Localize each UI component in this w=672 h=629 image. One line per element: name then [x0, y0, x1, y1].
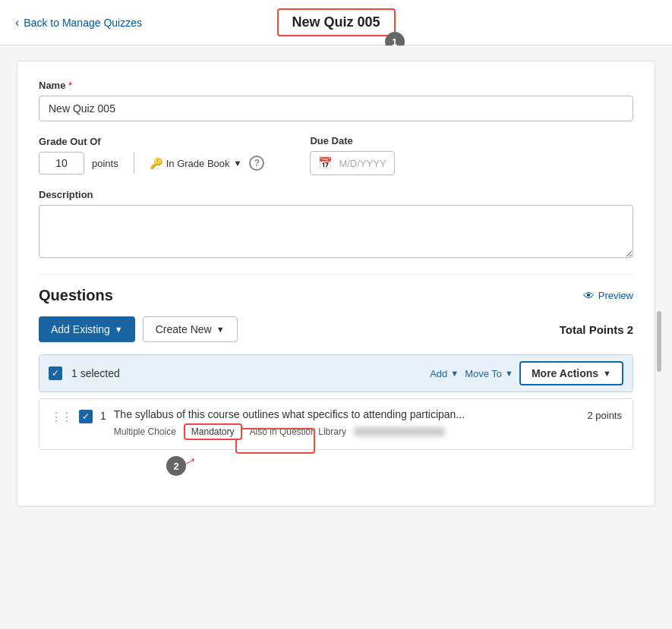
- name-field-group: Name *: [39, 80, 633, 121]
- grade-label: Grade Out Of: [39, 136, 264, 147]
- grade-input[interactable]: [39, 152, 84, 175]
- questions-header: Questions 👁 Preview: [39, 274, 633, 304]
- add-chevron-icon: ▼: [450, 369, 459, 378]
- question-meta: Multiple Choice Mandatory Also in Questi…: [114, 423, 580, 440]
- main-form: Name * Grade Out Of points 🔑 In Grade Bo…: [17, 61, 655, 507]
- help-icon[interactable]: ?: [249, 156, 264, 171]
- question-content: The syllabus of this course outlines wha…: [114, 408, 580, 440]
- grade-section: Grade Out Of points 🔑 In Grade Book ▼ ?: [39, 136, 264, 175]
- selected-text: 1 selected: [71, 367, 421, 379]
- drag-handle-icon[interactable]: ⋮⋮: [50, 408, 71, 424]
- add-existing-button[interactable]: Add Existing ▼: [39, 316, 135, 342]
- question-number: 1: [100, 408, 106, 422]
- question-row: ⋮⋮ ✓ 1 The syllabus of this course outli…: [39, 398, 633, 450]
- question-text: The syllabus of this course outlines wha…: [114, 408, 580, 420]
- questions-toolbar: Add Existing ▼ Create New ▼ Total Points…: [39, 316, 633, 342]
- more-actions-button[interactable]: More Actions ▼: [519, 361, 623, 385]
- back-link-label: Back to Manage Quizzes: [24, 17, 142, 29]
- back-link[interactable]: ‹ Back to Manage Quizzes: [15, 16, 142, 30]
- description-label: Description: [39, 189, 633, 200]
- grade-controls: points 🔑 In Grade Book ▼ ?: [39, 152, 264, 175]
- page-content: Name * Grade Out Of points 🔑 In Grade Bo…: [0, 46, 672, 522]
- blurred-meta: [354, 427, 445, 436]
- name-input[interactable]: [39, 96, 633, 121]
- action-buttons: Add ▼ Move To ▼ More Actions ▼: [430, 361, 623, 385]
- due-date-section: Due Date 📅 M/D/YYYY: [310, 135, 394, 175]
- quiz-title-badge: New Quiz 005 1: [276, 8, 395, 36]
- questions-title: Questions: [39, 287, 113, 304]
- selection-bar: ✓ 1 selected Add ▼ Move To ▼ More Action…: [39, 354, 633, 392]
- due-date-label: Due Date: [310, 135, 394, 146]
- question-points: 2 points: [587, 408, 622, 421]
- key-icon: 🔑: [150, 157, 162, 169]
- vertical-divider: [134, 153, 134, 174]
- description-field-group: Description: [39, 189, 633, 260]
- annotation-container: 2 →: [39, 450, 633, 488]
- grade-book-button[interactable]: 🔑 In Grade Book ▼: [150, 157, 242, 169]
- points-label: points: [92, 158, 118, 169]
- add-label: Add: [430, 368, 447, 379]
- select-all-checkbox[interactable]: ✓: [49, 366, 62, 380]
- add-button[interactable]: Add ▼: [430, 368, 459, 379]
- create-new-label: Create New: [156, 323, 212, 335]
- quiz-title-text: New Quiz 005: [292, 14, 380, 30]
- question-checkbox[interactable]: ✓: [79, 410, 93, 423]
- create-new-button[interactable]: Create New ▼: [143, 316, 238, 342]
- preview-icon: 👁: [583, 289, 595, 302]
- question-library-label: Also in Question Library: [250, 426, 346, 437]
- toolbar-btn-group: Add Existing ▼ Create New ▼: [39, 316, 238, 342]
- questions-section: Questions 👁 Preview Add Existing ▼ Creat…: [39, 274, 633, 488]
- add-existing-chevron-icon: ▼: [115, 325, 123, 334]
- total-points: Total Points 2: [560, 323, 633, 336]
- more-actions-label: More Actions: [532, 367, 598, 379]
- page-header: ‹ Back to Manage Quizzes New Quiz 005 1: [0, 0, 672, 46]
- create-new-chevron-icon: ▼: [216, 325, 225, 334]
- move-to-button[interactable]: Move To ▼: [465, 368, 513, 379]
- chevron-down-icon: ▼: [234, 159, 242, 168]
- due-date-placeholder: M/D/YYYY: [339, 158, 386, 169]
- calendar-icon: 📅: [318, 156, 333, 170]
- grade-due-row: Grade Out Of points 🔑 In Grade Book ▼ ? …: [39, 135, 633, 175]
- scrollbar[interactable]: [657, 311, 661, 372]
- description-textarea[interactable]: [39, 205, 633, 258]
- preview-link[interactable]: 👁 Preview: [583, 289, 633, 302]
- question-type: Multiple Choice: [114, 426, 176, 437]
- preview-label: Preview: [598, 290, 633, 301]
- move-to-chevron-icon: ▼: [505, 369, 513, 378]
- quiz-title-box: New Quiz 005: [276, 8, 395, 36]
- name-label: Name *: [39, 80, 633, 91]
- required-indicator: *: [65, 80, 72, 91]
- mandatory-badge: Mandatory: [184, 423, 242, 440]
- grade-book-label: In Grade Book: [166, 158, 230, 169]
- more-actions-chevron-icon: ▼: [603, 369, 611, 378]
- move-to-label: Move To: [465, 368, 502, 379]
- add-existing-label: Add Existing: [51, 323, 110, 335]
- back-arrow-icon: ‹: [15, 16, 19, 30]
- due-date-input[interactable]: 📅 M/D/YYYY: [310, 151, 394, 175]
